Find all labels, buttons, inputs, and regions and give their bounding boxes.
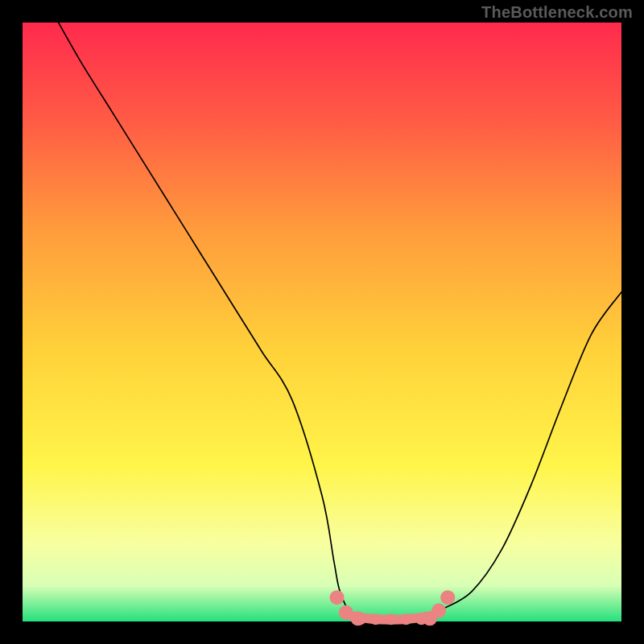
- svg-point-7: [370, 613, 382, 625]
- chart-svg: [0, 0, 644, 644]
- svg-point-4: [431, 604, 446, 618]
- svg-point-6: [355, 613, 366, 625]
- watermark-text: TheBottleneck.com: [481, 3, 633, 22]
- svg-point-5: [440, 590, 455, 605]
- svg-point-8: [386, 613, 397, 625]
- svg-point-0: [330, 590, 345, 605]
- chart-stage: TheBottleneck.com: [0, 0, 644, 644]
- frame-left: [0, 0, 23, 644]
- svg-point-9: [401, 613, 412, 625]
- frame-right: [621, 0, 644, 644]
- frame-bottom: [0, 621, 644, 644]
- svg-point-10: [416, 613, 427, 625]
